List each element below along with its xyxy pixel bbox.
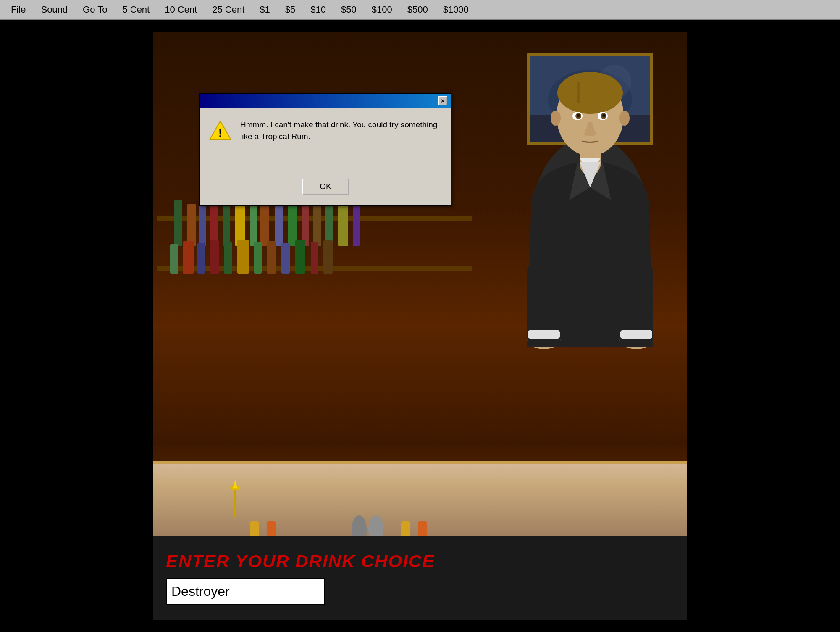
bar-items bbox=[153, 513, 472, 538]
svg-rect-10 bbox=[250, 200, 257, 246]
svg-rect-15 bbox=[313, 203, 321, 246]
svg-rect-16 bbox=[326, 200, 333, 246]
dialog-content: ! Hmmm. I can't make that drink. You cou… bbox=[200, 108, 451, 149]
svg-rect-18 bbox=[353, 202, 360, 246]
svg-rect-30 bbox=[323, 240, 333, 274]
menu-5dollar[interactable]: $5 bbox=[278, 3, 303, 17]
menu-10cent[interactable]: 10 Cent bbox=[157, 3, 205, 17]
svg-point-43 bbox=[602, 114, 606, 117]
svg-rect-23 bbox=[224, 242, 232, 274]
svg-rect-25 bbox=[254, 242, 262, 274]
dialog-close-button[interactable]: × bbox=[438, 96, 447, 105]
svg-rect-5 bbox=[187, 204, 196, 246]
svg-point-42 bbox=[577, 114, 580, 117]
menu-5cent[interactable]: 5 Cent bbox=[115, 3, 157, 17]
dialog-titlebar: × bbox=[200, 94, 451, 108]
svg-rect-11 bbox=[260, 202, 269, 246]
svg-rect-19 bbox=[170, 244, 178, 274]
svg-text:!: ! bbox=[218, 126, 222, 140]
dialog-buttons: OK bbox=[200, 174, 451, 205]
drink-input[interactable] bbox=[166, 578, 326, 605]
menu-50dollar[interactable]: $50 bbox=[333, 3, 364, 17]
svg-rect-13 bbox=[288, 201, 297, 246]
game-area: ENTER YOUR DRINK CHOICE × ! Hmmm bbox=[0, 20, 840, 632]
svg-rect-14 bbox=[302, 199, 309, 246]
svg-rect-22 bbox=[210, 240, 219, 274]
ok-button[interactable]: OK bbox=[302, 179, 349, 195]
svg-rect-37 bbox=[578, 82, 580, 103]
dialog-box: × ! Hmmm. I can't make that drink. You c… bbox=[200, 93, 452, 206]
svg-rect-9 bbox=[235, 203, 245, 246]
svg-rect-20 bbox=[183, 241, 194, 274]
svg-point-44 bbox=[551, 111, 561, 126]
menu-1dollar[interactable]: $1 bbox=[252, 3, 277, 17]
drink-choice-label: ENTER YOUR DRINK CHOICE bbox=[166, 551, 674, 571]
svg-rect-26 bbox=[267, 241, 276, 274]
dialog-message: Hmmm. I can't make that drink. You could… bbox=[240, 119, 438, 143]
svg-rect-56 bbox=[528, 330, 560, 339]
menu-500dollar[interactable]: $500 bbox=[400, 3, 436, 17]
bottom-area: ENTER YOUR DRINK CHOICE bbox=[153, 536, 687, 620]
svg-rect-29 bbox=[311, 242, 318, 274]
svg-rect-4 bbox=[174, 200, 182, 246]
svg-rect-28 bbox=[295, 240, 305, 274]
bar-scene: ENTER YOUR DRINK CHOICE × ! Hmmm bbox=[153, 32, 687, 620]
svg-rect-21 bbox=[197, 243, 205, 274]
svg-rect-8 bbox=[223, 199, 230, 246]
svg-rect-27 bbox=[281, 243, 290, 274]
menu-25cent[interactable]: 25 Cent bbox=[205, 3, 252, 17]
svg-rect-7 bbox=[210, 202, 218, 246]
menu-goto[interactable]: Go To bbox=[75, 3, 115, 17]
warning-icon: ! bbox=[209, 119, 232, 142]
menu-file[interactable]: File bbox=[3, 3, 33, 17]
svg-point-45 bbox=[620, 111, 630, 126]
svg-rect-57 bbox=[620, 330, 652, 339]
bartender bbox=[494, 53, 687, 389]
menu-sound[interactable]: Sound bbox=[33, 3, 75, 17]
menu-100dollar[interactable]: $100 bbox=[364, 3, 400, 17]
menu-10dollar[interactable]: $10 bbox=[303, 3, 333, 17]
svg-rect-24 bbox=[237, 240, 249, 274]
svg-point-36 bbox=[557, 72, 623, 114]
svg-marker-33 bbox=[233, 479, 237, 488]
menu-bar: File Sound Go To 5 Cent 10 Cent 25 Cent … bbox=[0, 0, 840, 20]
menu-1000dollar[interactable]: $1000 bbox=[436, 3, 476, 17]
